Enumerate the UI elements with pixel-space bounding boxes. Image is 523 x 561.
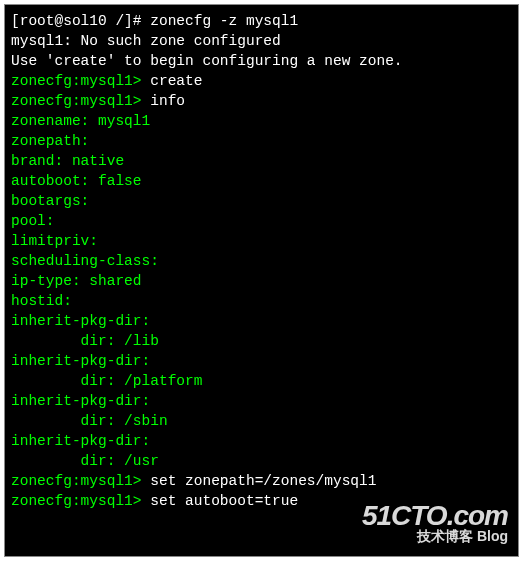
zonecfg-prompt: zonecfg:mysql1>: [11, 473, 150, 489]
watermark-sub: 技术博客 Blog: [362, 526, 508, 546]
output-line: dir: /platform: [11, 371, 512, 391]
output-line: zonepath:: [11, 131, 512, 151]
command-text: info: [150, 93, 185, 109]
command-text: create: [150, 73, 202, 89]
terminal-line: [root@sol10 /]# zonecfg -z mysql1: [11, 11, 512, 31]
output-line: zonename: mysql1: [11, 111, 512, 131]
output-line: inherit-pkg-dir:: [11, 431, 512, 451]
command-text: set autoboot=true: [150, 493, 298, 509]
output-line: inherit-pkg-dir:: [11, 351, 512, 371]
output-line: inherit-pkg-dir:: [11, 311, 512, 331]
shell-prompt: [root@sol10 /]#: [11, 13, 150, 29]
command-text: set zonepath=/zones/mysql1: [150, 473, 376, 489]
output-line: dir: /sbin: [11, 411, 512, 431]
output-line: dir: /usr: [11, 451, 512, 471]
terminal-window[interactable]: [root@sol10 /]# zonecfg -z mysql1 mysql1…: [4, 4, 519, 557]
output-line: scheduling-class:: [11, 251, 512, 271]
watermark: 51CTO.com 技术博客 Blog: [362, 506, 508, 546]
terminal-line: zonecfg:mysql1> info: [11, 91, 512, 111]
terminal-line: zonecfg:mysql1> set zonepath=/zones/mysq…: [11, 471, 512, 491]
output-line: limitpriv:: [11, 231, 512, 251]
terminal-line: zonecfg:mysql1> create: [11, 71, 512, 91]
output-line: brand: native: [11, 151, 512, 171]
output-line: ip-type: shared: [11, 271, 512, 291]
zonecfg-prompt: zonecfg:mysql1>: [11, 93, 150, 109]
zonecfg-prompt: zonecfg:mysql1>: [11, 73, 150, 89]
output-line: dir: /lib: [11, 331, 512, 351]
output-line: hostid:: [11, 291, 512, 311]
terminal-line: zonecfg:mysql1> set autoboot=true: [11, 491, 512, 511]
zonecfg-prompt: zonecfg:mysql1>: [11, 493, 150, 509]
output-line: mysql1: No such zone configured: [11, 31, 512, 51]
output-line: bootargs:: [11, 191, 512, 211]
output-line: inherit-pkg-dir:: [11, 391, 512, 411]
command-text: zonecfg -z mysql1: [150, 13, 298, 29]
output-line: pool:: [11, 211, 512, 231]
output-line: Use 'create' to begin configuring a new …: [11, 51, 512, 71]
output-line: autoboot: false: [11, 171, 512, 191]
